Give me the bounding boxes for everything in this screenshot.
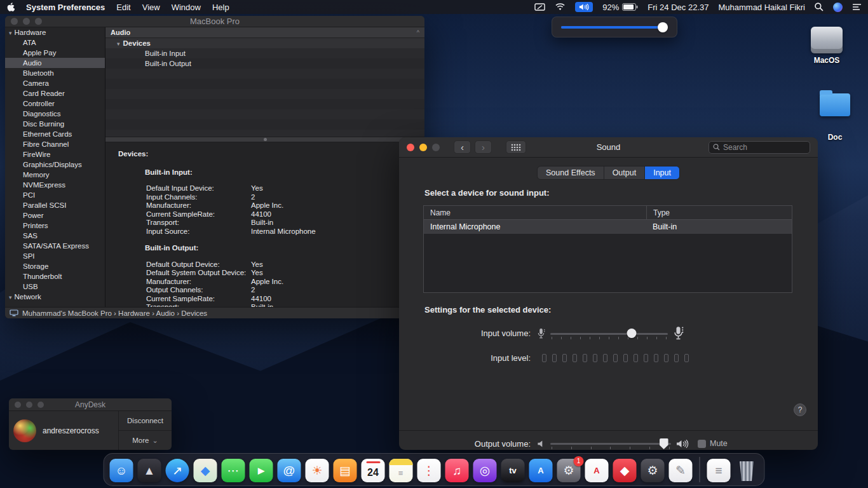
tab-input[interactable]: Input — [645, 166, 679, 179]
sidebar-item-disc-burning[interactable]: Disc Burning — [5, 119, 105, 129]
volume-hud-slider[interactable] — [561, 22, 668, 32]
active-app-menu[interactable]: System Preferences — [26, 3, 105, 12]
sidebar-item-firewire[interactable]: FireWire — [5, 149, 105, 159]
sidebar-item-sas[interactable]: SAS — [5, 231, 105, 241]
tree-group-devices[interactable]: Devices — [105, 38, 424, 48]
tree-column-header[interactable]: Audio ^ — [105, 27, 424, 38]
sysinfo-titlebar[interactable]: MacBook Pro — [5, 16, 424, 27]
dock-books[interactable]: ▤ — [334, 459, 357, 482]
dock-document[interactable]: ≡ — [707, 459, 731, 482]
help-button[interactable]: ? — [794, 403, 806, 416]
pane-splitter[interactable] — [105, 137, 424, 142]
show-all-button[interactable] — [506, 140, 526, 154]
sidebar-item-fibre-channel[interactable]: Fibre Channel — [5, 139, 105, 149]
sidebar-item-power[interactable]: Power — [5, 210, 105, 220]
dock-launchpad[interactable]: ▲ — [138, 459, 161, 482]
tree-row-built-in-input[interactable]: Built-in Input — [105, 48, 424, 58]
slider-knob[interactable] — [627, 329, 636, 338]
sidebar-item-nvmexpress[interactable]: NVMExpress — [5, 180, 105, 190]
sidebar-item-sata-sata-express[interactable]: SATA/SATA Express — [5, 241, 105, 251]
dock-facetime[interactable]: ▶ — [250, 459, 273, 482]
search-field[interactable]: Search — [709, 141, 810, 154]
minimize-button[interactable] — [26, 402, 32, 408]
dock-finder[interactable]: ☺ — [110, 459, 133, 482]
menu-view[interactable]: View — [142, 3, 160, 12]
dock-red-app[interactable]: ◆ — [613, 459, 637, 482]
zoom-button[interactable] — [432, 144, 440, 151]
dock-utility-app[interactable]: ⚙ — [641, 459, 665, 482]
apple-menu[interactable] — [6, 3, 15, 12]
mute-checkbox[interactable] — [698, 440, 706, 448]
sidebar-item-ata[interactable]: ATA — [5, 37, 105, 48]
sidebar-item-ethernet-cards[interactable]: Ethernet Cards — [5, 129, 105, 139]
desktop-icon-macos-disk[interactable]: MacOS — [807, 27, 846, 65]
sidebar-item-controller[interactable]: Controller — [5, 98, 105, 109]
dock-safari[interactable]: ↗ — [166, 459, 189, 482]
sidebar-item-audio[interactable]: Audio — [5, 58, 105, 68]
dock-maps[interactable]: ◆ — [194, 459, 217, 482]
siri-menu-extra[interactable] — [833, 3, 843, 12]
sidebar-item-thunderbolt[interactable]: Thunderbolt — [5, 271, 105, 281]
menu-edit[interactable]: Edit — [116, 3, 130, 12]
anydesk-titlebar[interactable]: AnyDesk — [9, 398, 172, 411]
menu-help[interactable]: Help — [212, 3, 229, 12]
sidebar-item-parallel-scsi[interactable]: Parallel SCSI — [5, 200, 105, 210]
dock-system-preferences[interactable]: ⚙1 — [557, 459, 581, 482]
sidebar-item-usb[interactable]: USB — [5, 281, 105, 292]
back-button[interactable]: ‹ — [454, 140, 471, 154]
sidebar-group-network[interactable]: Network — [5, 292, 105, 302]
sidebar-item-printers[interactable]: Printers — [5, 220, 105, 231]
desktop-icon-doc-folder[interactable]: Doc — [818, 93, 851, 142]
spotlight-menu-extra[interactable] — [815, 3, 824, 11]
tree-row-built-in-output[interactable]: Built-in Output — [105, 58, 424, 69]
dock-photos[interactable]: ☀ — [306, 459, 329, 482]
sidebar-item-camera[interactable]: Camera — [5, 78, 105, 88]
disconnect-button[interactable]: Disconnect — [119, 411, 172, 431]
zoom-button[interactable] — [35, 18, 42, 25]
screen-sharing-menu-extra[interactable] — [534, 3, 545, 11]
clock-menu-extra[interactable]: Fri 24 Dec 22.37 — [648, 3, 709, 12]
notification-center-menu-extra[interactable] — [852, 3, 862, 11]
dock-messages[interactable]: ⋯ — [222, 459, 245, 482]
minimize-button[interactable] — [419, 144, 427, 151]
dock-mail[interactable]: @ — [278, 459, 301, 482]
menu-window[interactable]: Window — [172, 3, 201, 12]
input-volume-slider[interactable] — [550, 328, 668, 339]
sidebar-item-diagnostics[interactable]: Diagnostics — [5, 109, 105, 119]
battery-menu-extra[interactable]: 92% — [602, 3, 638, 12]
table-header[interactable]: Name Type — [424, 206, 792, 220]
table-row-internal-microphone[interactable]: Internal MicrophoneBuilt-in — [424, 220, 792, 234]
dock-textedit[interactable]: ✎ — [669, 459, 693, 482]
dock-calendar[interactable]: 24 — [362, 459, 385, 482]
slider-knob[interactable] — [658, 22, 668, 32]
dock-reminders[interactable]: ⋮ — [417, 459, 441, 482]
sidebar-group-hardware[interactable]: Hardware — [5, 27, 105, 37]
close-button[interactable] — [11, 18, 18, 25]
sidebar-item-storage[interactable]: Storage — [5, 261, 105, 271]
forward-button[interactable]: › — [475, 140, 492, 154]
dock-app-store[interactable]: A — [529, 459, 553, 482]
sidebar-item-pci[interactable]: PCI — [5, 190, 105, 200]
user-menu-extra[interactable]: Muhammad Haikal Fikri — [718, 3, 805, 12]
more-button[interactable]: More — [119, 431, 172, 450]
wifi-menu-extra[interactable] — [555, 3, 566, 11]
tab-sound-effects[interactable]: Sound Effects — [538, 166, 604, 179]
output-volume-slider[interactable] — [550, 438, 671, 449]
volume-menu-extra[interactable] — [575, 2, 593, 12]
sidebar-item-memory[interactable]: Memory — [5, 170, 105, 180]
dock-notes[interactable]: ≡ — [390, 459, 413, 482]
dock-anydesk[interactable]: A — [585, 459, 609, 482]
zoom-button[interactable] — [37, 402, 44, 408]
sound-titlebar[interactable]: ‹ › Sound Search — [399, 137, 818, 158]
dock-podcasts[interactable]: ◎ — [473, 459, 497, 482]
tab-output[interactable]: Output — [604, 166, 646, 179]
dock-tv[interactable]: tv — [501, 459, 525, 482]
sidebar-item-graphics-displays[interactable]: Graphics/Displays — [5, 159, 105, 170]
sidebar-item-card-reader[interactable]: Card Reader — [5, 88, 105, 98]
sidebar-item-bluetooth[interactable]: Bluetooth — [5, 68, 105, 78]
sidebar-item-spi[interactable]: SPI — [5, 251, 105, 261]
dock-music[interactable]: ♫ — [445, 459, 469, 482]
sidebar-item-apple-pay[interactable]: Apple Pay — [5, 48, 105, 58]
minimize-button[interactable] — [23, 18, 30, 25]
close-button[interactable] — [407, 144, 414, 151]
